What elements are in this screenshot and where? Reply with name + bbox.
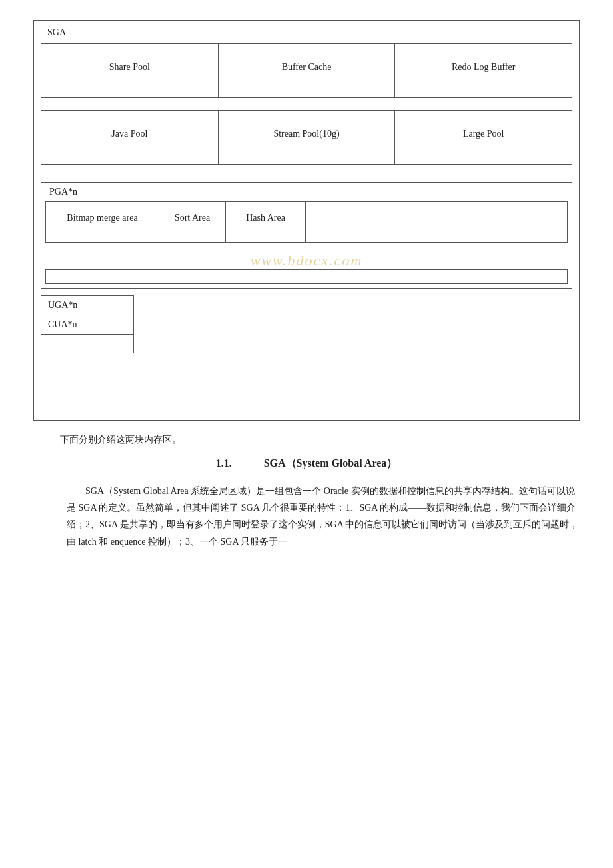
large-pool-cell: Large Pool xyxy=(395,111,572,164)
uga-section: UGA*n CUA*n xyxy=(41,295,572,353)
redo-log-buffer-cell: Redo Log Buffer xyxy=(395,44,572,97)
bottom-bar xyxy=(41,399,572,413)
hash-area-cell: Hash Area xyxy=(226,202,306,242)
sort-area-cell: Sort Area xyxy=(159,202,226,242)
bottom-spacer xyxy=(41,353,572,393)
sga-diagram: SGA Share Pool Buffer Cache Redo Log Buf… xyxy=(33,20,580,421)
buffer-cache-cell: Buffer Cache xyxy=(219,44,396,97)
sga-row2: Java Pool Stream Pool(10g) Large Pool xyxy=(41,110,572,165)
pga-label: PGA*n xyxy=(45,187,568,197)
bitmap-merge-cell: Bitmap merge area xyxy=(46,202,159,242)
watermark-text: www.bdocx.com xyxy=(45,252,568,269)
body-paragraph: SGA（System Global Area 系统全局区域）是一组包含一个 Or… xyxy=(67,483,580,550)
java-pool-cell: Java Pool xyxy=(41,111,219,164)
intro-text: 下面分别介绍这两块内存区。 xyxy=(60,434,580,446)
stream-pool-cell: Stream Pool(10g) xyxy=(219,111,396,164)
uga-box: UGA*n xyxy=(41,295,134,315)
uga-empty-box xyxy=(41,335,134,353)
section-title: 1.1. SGA（System Global Area） xyxy=(33,457,580,471)
pga-inner-row: Bitmap merge area Sort Area Hash Area xyxy=(45,201,568,243)
sga-label: SGA xyxy=(41,27,572,38)
cua-box: CUA*n xyxy=(41,315,134,335)
pga-bottom-bar xyxy=(45,269,568,284)
gap2 xyxy=(41,165,572,177)
pga-empty-cell xyxy=(306,202,567,242)
sga-row1: Share Pool Buffer Cache Redo Log Buffer xyxy=(41,43,572,98)
pga-area: PGA*n Bitmap merge area Sort Area Hash A… xyxy=(41,182,572,289)
share-pool-cell: Share Pool xyxy=(41,44,219,97)
pga-inner-gap xyxy=(45,243,568,252)
gap1 xyxy=(41,98,572,110)
